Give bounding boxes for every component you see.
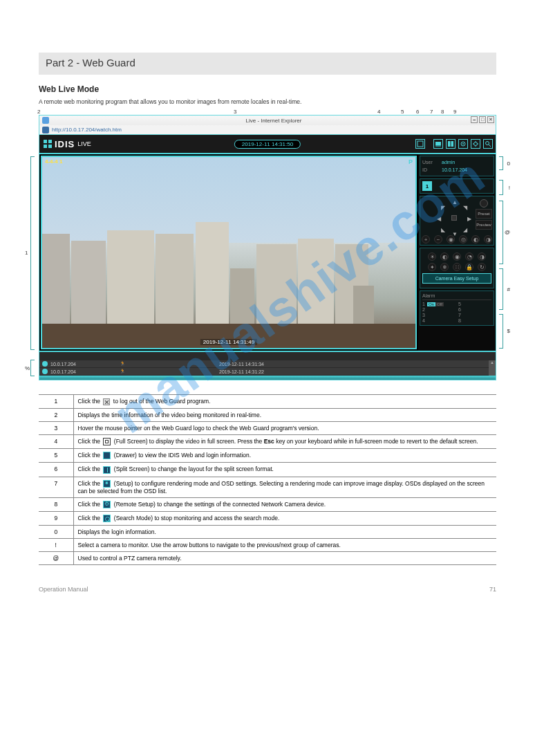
mode-label: LIVE [77, 140, 91, 147]
close-button[interactable]: ✕ [487, 116, 494, 123]
ptz-right[interactable]: ▶ [467, 216, 471, 222]
status-bar [39, 352, 496, 360]
adjust-d-button[interactable]: 🔒 [465, 263, 473, 271]
figure-wrap: manualshive.com 2 3 4 5 6 7 8 9 1 0 ! @ … [39, 115, 496, 380]
row-num: 5 [39, 449, 73, 463]
remote-gear-icon [103, 501, 111, 508]
brightness-button[interactable]: ☀ [428, 252, 436, 261]
table-row: 3Hover the mouse pointer on the Web Guar… [39, 421, 496, 434]
search-mode-button[interactable] [483, 139, 493, 149]
callout-4: 4 [377, 109, 380, 115]
row-text: Displays the login information. [73, 526, 496, 539]
alarm-out-1[interactable]: 1OnOff [422, 302, 456, 306]
adjust-b-button[interactable]: ❄ [440, 263, 449, 271]
table-row: 7Click the (Setup) to configure renderin… [39, 477, 496, 497]
saturation-button[interactable]: ◉ [453, 252, 461, 261]
callout-ex: ! [509, 185, 510, 191]
alarm-out-6[interactable]: 6 [458, 307, 491, 312]
ie-address-bar[interactable]: http://10.0.17.204/watch.htm [39, 125, 496, 135]
event-scroll-up[interactable] [489, 360, 496, 376]
drawer-icon [103, 452, 111, 459]
camera-1-button[interactable]: 1 [422, 181, 432, 191]
id-value: 10.0.17.204 [442, 166, 467, 174]
table-row: @Used to control a PTZ camera remotely. [39, 552, 496, 565]
ptz-down-left[interactable]: ◣ [441, 227, 445, 233]
remote-setup-button[interactable] [471, 139, 480, 149]
row-text: Displays the time information of the vid… [73, 408, 496, 421]
focus-far-button[interactable]: ◎ [459, 235, 467, 243]
callout-dollar: $ [507, 328, 510, 334]
row-text: Click the (Remote Setup) to change the s… [73, 497, 496, 511]
table-row: 8Click the (Remote Setup) to change the … [39, 497, 496, 511]
sharpness-button[interactable]: ◑ [478, 252, 486, 261]
preset-button[interactable]: Preset [476, 209, 492, 219]
drawer-button[interactable] [433, 139, 443, 149]
contrast-button[interactable]: ◐ [440, 252, 449, 261]
alarm-out-4[interactable]: 4 [422, 318, 456, 323]
row-text: Click the (Search Mode) to stop monitori… [73, 512, 496, 526]
page-footer: Operation Manual 71 [39, 586, 496, 593]
motion-icon: 🏃 [120, 369, 189, 374]
close-icon [103, 398, 110, 405]
bottom-edge [39, 376, 496, 380]
table-row: 5Click the (Drawer) to view the IDIS Web… [39, 449, 496, 463]
doc-header: Part 2 - Web Guard [39, 53, 496, 75]
event-row[interactable]: 10.0.17.204 🏃 2019-12-11 14:31:34 [39, 360, 496, 368]
ptz-up[interactable]: ▲ [452, 199, 458, 205]
row-num: 9 [39, 512, 73, 526]
hue-button[interactable]: ◔ [465, 252, 473, 261]
iris-close-button[interactable]: ◑ [484, 235, 492, 243]
table-row: 2Displays the time information of the vi… [39, 408, 496, 421]
ptz-left[interactable]: ◀ [437, 216, 441, 222]
section-header: Web Live Mode A remote web monitoring pr… [39, 82, 496, 108]
ptz-home[interactable] [451, 215, 457, 221]
minimize-button[interactable]: ‒ [471, 116, 478, 123]
zoom-in-button[interactable]: + [422, 235, 430, 243]
maximize-button[interactable]: □ [479, 116, 486, 123]
table-row: 4Click the (Full Screen) to display the … [39, 434, 496, 448]
ptz-up-right[interactable]: ◥ [463, 205, 467, 211]
callout-pct: % [25, 365, 30, 371]
callout-hash: # [507, 286, 510, 293]
focus-near-button[interactable]: ◉ [447, 235, 455, 243]
adjust-a-button[interactable]: ✦ [428, 263, 436, 271]
ptz-panel: ▲ ◥ ▶ ◢ ▼ ◣ ◀ ◤ Preset [420, 196, 494, 246]
ptz-down-right[interactable]: ◢ [463, 227, 467, 233]
alarm-out-2[interactable]: 2 [422, 307, 456, 312]
row-text: Click the (Drawer) to view the IDIS Web … [73, 449, 496, 463]
camera-list-panel: 1 [420, 178, 494, 194]
alarm-panel: Alarm 1OnOff 5 2 6 3 7 4 8 [420, 291, 494, 326]
row-num: 8 [39, 497, 73, 511]
svg-rect-0 [417, 141, 423, 147]
table-row: !Select a camera to monitor. Use the arr… [39, 539, 496, 552]
row-text: Click the (Split Screen) to change the l… [73, 463, 496, 477]
ptz-extra-icon[interactable] [480, 199, 488, 208]
callout-0: 0 [507, 160, 510, 167]
alarm-out-3[interactable]: 3 [422, 313, 456, 317]
camera-easy-setup-button[interactable]: Camera Easy Setup [422, 273, 491, 284]
adjust-c-button[interactable]: ∷ [453, 263, 461, 271]
alarm-out-8[interactable]: 8 [458, 318, 491, 323]
split-button-1[interactable] [446, 139, 456, 149]
info-icon [42, 361, 48, 367]
browser-window: Live - Internet Explorer ‒ □ ✕ http://10… [39, 115, 496, 380]
alarm-out-5[interactable]: 5 [458, 302, 491, 306]
table-row: 9Click the (Search Mode) to stop monitor… [39, 512, 496, 526]
row-text: Click the (Full Screen) to display the v… [73, 434, 496, 448]
event-row[interactable]: 10.0.17.204 🏃 2019-12-11 14:31:22 [39, 368, 496, 376]
alarm-out-7[interactable]: 7 [458, 313, 491, 317]
table-row: 6Click the (Split Screen) to change the … [39, 463, 496, 477]
live-video-tile[interactable]: 4-4-4 1 P 2019-12-11 14:31:49 [41, 156, 417, 349]
svg-rect-4 [451, 141, 454, 147]
reset-button[interactable]: ↻ [478, 263, 486, 271]
preview-button[interactable]: Preview [476, 220, 492, 230]
fullscreen-button[interactable] [415, 139, 425, 149]
gear-icon [103, 480, 111, 488]
ptz-direction-wheel: ▲ ◥ ▶ ◢ ▼ ◣ ◀ ◤ [435, 199, 473, 237]
ptz-up-left[interactable]: ◤ [441, 205, 445, 211]
callout-1: 1 [25, 250, 28, 256]
iris-open-button[interactable]: ◐ [471, 235, 480, 243]
callout-8: 8 [441, 109, 444, 115]
setup-button[interactable] [458, 139, 468, 149]
zoom-out-button[interactable]: − [434, 235, 442, 243]
